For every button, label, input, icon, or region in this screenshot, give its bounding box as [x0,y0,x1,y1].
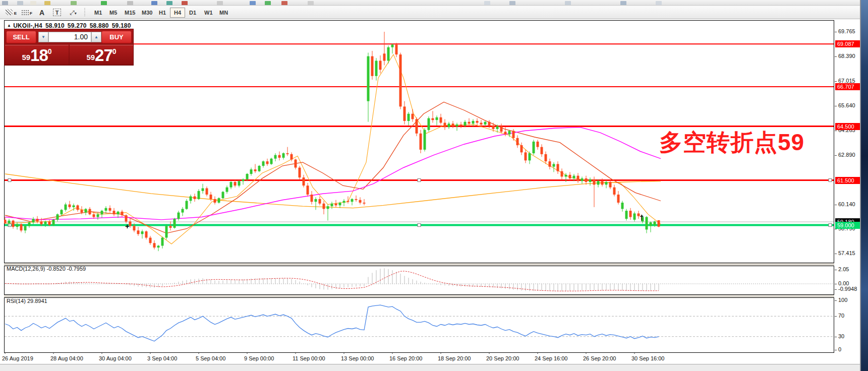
axis-tick [835,229,837,229]
time-axis-label: 30 Aug 04:00 [99,355,132,361]
toolbar-icon-fragment [2,1,8,6]
time-axis-label: 20 Sep 20:00 [486,355,519,361]
price-level-chip: 66.707 [835,83,860,90]
toolbar-icon-fragment [44,1,50,6]
time-axis-label: 3 Sep 04:00 [147,355,177,361]
axis-tick [835,131,837,131]
time-axis-label: 24 Sep 16:00 [535,355,567,361]
one-click-trading-widget: SELL ▼ 1.00 ▲ BUY 59180 59270 [4,29,134,66]
toolbar-icon-fragment [217,1,223,6]
sell-price-sup: 0 [48,47,52,55]
toolbar-separator [84,8,87,17]
timeframe-button-m15[interactable]: M15 [121,8,139,18]
price-level-chip: 64.500 [835,123,860,130]
toolbar-icon-fragment [308,1,314,6]
axis-tick [835,81,837,82]
price-level-chip: 59.000 [835,222,860,229]
candlestick-chart[interactable]: +† [4,20,835,354]
axis-tick [835,254,837,254]
timeframe-button-d1[interactable]: D1 [185,8,200,18]
price-axis-label: -0.9948 [838,286,857,292]
price-axis-label: 100 [838,297,847,303]
price-axis-label: 62.890 [838,152,855,158]
sell-price-big: 18 [30,46,48,65]
toolbar-icon-fragment [17,1,23,6]
macd-indicator-label: MACD(12,26,9) -0.8520 -0.7959 [7,266,86,272]
axis-tick [835,56,837,57]
collapse-triangle-icon[interactable]: ▲ [7,23,11,28]
toolbar-icon-fragment [656,1,662,6]
axis-tick [835,337,837,337]
time-axis-label: 28 Aug 04:00 [50,355,83,361]
time-axis-label: 26 Aug 2019 [2,355,33,361]
rsi-indicator-label: RSI(14) 29.8941 [7,298,47,304]
sell-button[interactable]: SELL [6,31,36,43]
toolbar-icon-fragment [101,1,107,6]
axis-tick [835,316,837,317]
price-axis[interactable]: 69.76568.39067.01565.64064.26562.89060.1… [835,19,861,364]
svg-text:+: + [125,222,130,230]
price-level-chip: 61.500 [835,177,860,184]
price-axis-label: 0 [838,346,841,352]
toolbar-icon-fragment [166,1,172,6]
toolbar-icon-fragment [620,1,626,6]
window-bottom-edge [0,364,861,371]
ohlc-open: 58.910 [45,22,65,29]
time-axis[interactable]: 26 Aug 201928 Aug 04:0030 Aug 04:003 Sep… [0,354,835,364]
toolbar-icon-fragment [30,1,36,6]
price-axis-label: 2.05 [838,266,849,272]
time-axis-label: 18 Sep 20:00 [438,355,471,361]
text-box-icon[interactable]: T [51,8,64,18]
time-axis-label: 5 Sep 04:00 [196,355,225,361]
timeframe-button-h1[interactable]: H1 [155,8,170,18]
buy-button[interactable]: BUY [101,31,132,43]
timeframe-button-m5[interactable]: M5 [105,8,121,18]
equidistant-channel-icon[interactable]: E [4,8,17,18]
price-axis-label: 65.640 [838,102,855,108]
buy-price-display[interactable]: 59270 [70,45,133,65]
application-window: EFAT⤢▾M1M5M15M30H1H4D1W1MN +† ▲UKOil-,H4… [0,0,868,371]
price-axis-label: 70 [838,313,844,319]
price-level-chip: 69.087 [835,40,860,47]
chart-title: ▲UKOil-,H458.91059.27058.88059.180 [7,22,134,29]
text-label-icon[interactable]: A [35,8,48,18]
axis-tick [835,284,837,284]
timeframe-button-h4[interactable]: H4 [170,8,185,18]
price-axis-label: 57.415 [838,250,855,256]
toolbar-icon-fragment [509,1,515,6]
buy-price-big: 27 [95,46,112,65]
arrow-objects-icon[interactable]: ⤢▾ [67,8,80,18]
axis-tick [835,205,837,205]
toolbar-icon-fragment [265,1,271,6]
time-axis-label: 16 Sep 20:00 [389,355,422,361]
chinese-annotation: 多空转折点59 [659,127,804,158]
main-toolbar: EFAT⤢▾M1M5M15M30H1H4D1W1MN [0,6,861,19]
timeframe-button-m30[interactable]: M30 [138,8,156,18]
toolbar-icon-fragment [565,1,571,6]
axis-tick [835,106,837,106]
volume-increase-button[interactable]: ▲ [91,32,101,42]
timeframe-button-m1[interactable]: M1 [90,8,106,18]
toolbar-icon-fragment [71,1,77,6]
fibo-grid-icon[interactable]: F [20,8,33,18]
ohlc-low: 58.880 [90,22,109,29]
timeframe-button-w1[interactable]: W1 [200,8,217,18]
volume-decrease-button[interactable]: ▼ [38,32,48,42]
time-axis-label: 30 Sep 16:00 [631,355,664,361]
ohlc-close: 59.180 [112,22,131,29]
axis-tick [835,300,837,301]
timeframe-button-mn[interactable]: MN [215,8,232,18]
symbol-timeframe: UKOil-,H4 [13,22,42,29]
toolbar-icon-fragment [151,1,157,6]
toolbar-icon-fragment [281,1,287,6]
price-axis-label: 30 [838,333,844,339]
time-axis-label: 11 Sep 00:00 [293,355,325,361]
buy-price-sup: 0 [112,47,117,55]
clipped-upper-toolbar [0,0,861,6]
time-axis-label: 9 Sep 00:00 [244,355,274,361]
sell-price-small: 59 [22,53,30,61]
volume-input[interactable]: 1.00 [48,32,91,42]
buy-price-small: 59 [86,53,95,61]
sell-price-display[interactable]: 59180 [5,45,69,65]
price-axis-label: 69.765 [838,28,855,34]
